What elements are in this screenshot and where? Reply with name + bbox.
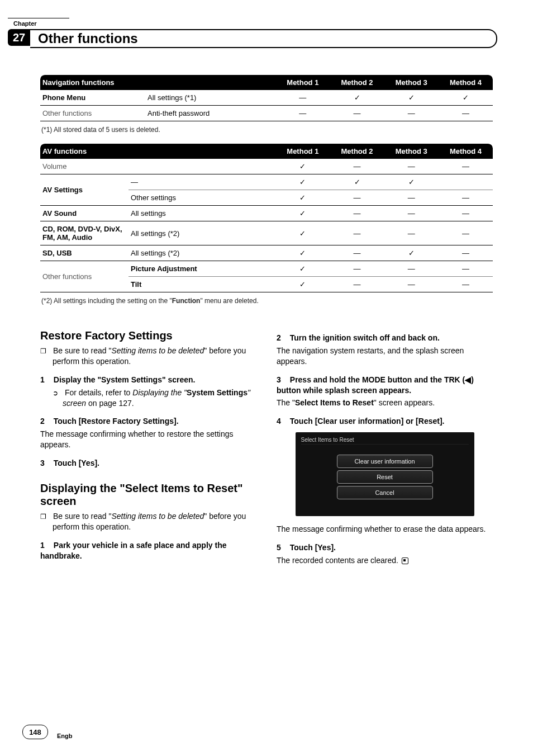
cell-value: — (384, 159, 439, 174)
col-header: Method 3 (384, 144, 439, 159)
page-content: Navigation functions Method 1 Method 2 M… (40, 75, 493, 568)
right-column: 2Turn the ignition switch off and back o… (277, 320, 493, 568)
cell-value: — (439, 159, 493, 174)
step-description: The message confirming whether to erase … (277, 524, 493, 535)
screenshot-title: Select Items to Reset (301, 437, 469, 445)
note-bullet: Be sure to read "Setting items to be del… (40, 346, 256, 367)
cell-setting: — (129, 174, 275, 190)
sub-note: For details, refer to Displaying the "Sy… (40, 388, 256, 409)
cell-category: Phone Menu (40, 90, 145, 106)
col-header: Method 1 (275, 75, 330, 90)
cell-value: — (330, 245, 384, 261)
cell-value: ✓ (384, 245, 439, 261)
step-description: The recorded contents are cleared. (277, 555, 493, 566)
cell-value: ✓ (275, 261, 330, 277)
table-row: CD, ROM, DVD-V, DivX, FM, AM, Audio All … (40, 221, 493, 245)
cell-value: — (439, 261, 493, 277)
cell-value: — (384, 221, 439, 245)
device-screenshot: Select Items to Reset Clear user informa… (296, 432, 474, 516)
cell-value: — (384, 277, 439, 292)
chapter-label: Chapter (13, 20, 37, 27)
table-row: SD, USB All settings (*2) ✓ — ✓ — (40, 245, 493, 261)
cell-category: SD, USB (40, 245, 129, 261)
step-1b: 1Park your vehicle in a safe place and a… (40, 540, 256, 561)
screenshot-button: Cancel (337, 486, 433, 499)
col-header: Method 4 (439, 75, 493, 90)
cell-category: AV Settings (40, 174, 129, 206)
language-label: Engb (57, 733, 73, 739)
step-2: 2Touch [Restore Factory Settings]. (40, 416, 256, 427)
cell-setting: Anti-theft password (145, 106, 275, 121)
col-header: AV functions (40, 144, 275, 159)
cell-value: — (439, 277, 493, 292)
cell-setting: All settings (129, 206, 275, 221)
end-mark-icon (402, 557, 408, 564)
cell-value: ✓ (439, 90, 493, 106)
step-1: 1Display the "System Settings" screen. (40, 375, 256, 385)
table-row: AV Sound All settings ✓ — — — (40, 206, 493, 221)
section-heading: Restore Factory Settings (40, 329, 256, 342)
table-row: Phone Menu All settings (*1) — ✓ ✓ ✓ (40, 90, 493, 106)
note-bullet: Be sure to read "Setting items to be del… (40, 511, 256, 532)
chapter-number-badge: 27 (8, 29, 30, 46)
cell-value: ✓ (275, 277, 330, 292)
cell-value: ✓ (275, 221, 330, 245)
cell-category: Volume (40, 159, 275, 174)
cell-value: — (439, 221, 493, 245)
table-row: Other functions Anti-theft password — — … (40, 106, 493, 121)
cell-value: ✓ (384, 90, 439, 106)
step-3: 3Touch [Yes]. (40, 458, 256, 469)
cell-value: — (330, 261, 384, 277)
cell-setting: All settings (*2) (129, 245, 275, 261)
step-2: 2Turn the ignition switch off and back o… (277, 333, 493, 343)
cell-value: — (275, 106, 330, 121)
cell-value: — (330, 106, 384, 121)
cell-value: — (384, 106, 439, 121)
table-footnote: (*1) All stored data of 5 users is delet… (41, 126, 492, 134)
page-number: 148 (22, 725, 48, 739)
cell-value: ✓ (275, 174, 330, 190)
step-description: The navigation system restarts, and the … (277, 346, 493, 367)
cell-value: ✓ (384, 174, 439, 190)
top-rule (8, 18, 69, 18)
cell-value: — (439, 245, 493, 261)
cell-setting: All settings (*2) (129, 221, 275, 245)
cell-setting: Picture Adjustment (129, 261, 275, 277)
cell-value: — (384, 261, 439, 277)
cell-value: — (330, 190, 384, 206)
cell-category: Other functions (40, 261, 129, 292)
cell-value: — (439, 106, 493, 121)
col-header: Method 2 (330, 144, 384, 159)
table-footnote: (*2) All settings including the setting … (41, 297, 492, 305)
cell-setting: Tilt (129, 277, 275, 292)
cell-value: — (439, 190, 493, 206)
cell-value: — (330, 159, 384, 174)
cell-value: — (275, 90, 330, 106)
col-header: Method 2 (330, 75, 384, 90)
cell-value: ✓ (275, 245, 330, 261)
cell-value: — (439, 206, 493, 221)
step-description: The "Select Items to Reset" screen appea… (277, 398, 493, 408)
step-5: 5Touch [Yes]. (277, 542, 493, 553)
left-column: Restore Factory Settings Be sure to read… (40, 320, 256, 568)
screenshot-button: Reset (337, 470, 433, 484)
cell-setting: Other settings (129, 190, 275, 206)
cell-category: Other functions (40, 106, 145, 121)
cell-value: ✓ (330, 90, 384, 106)
cell-value: — (384, 190, 439, 206)
av-functions-table: AV functions Method 1 Method 2 Method 3 … (40, 144, 493, 292)
screenshot-button: Clear user information (337, 455, 433, 468)
cell-category: AV Sound (40, 206, 129, 221)
cell-value: — (384, 206, 439, 221)
table-row: Other functions Picture Adjustment ✓ — —… (40, 261, 493, 277)
cell-value: ✓ (275, 190, 330, 206)
step-description: The message confirming whether to restor… (40, 429, 256, 450)
col-header: Method 1 (275, 144, 330, 159)
table-row: Volume ✓ — — — (40, 159, 493, 174)
cell-value: — (330, 277, 384, 292)
cell-setting: All settings (*1) (145, 90, 275, 106)
cell-value: ✓ (330, 174, 384, 190)
col-header: Navigation functions (40, 75, 275, 90)
cell-value: ✓ (275, 159, 330, 174)
cell-value (439, 174, 493, 190)
